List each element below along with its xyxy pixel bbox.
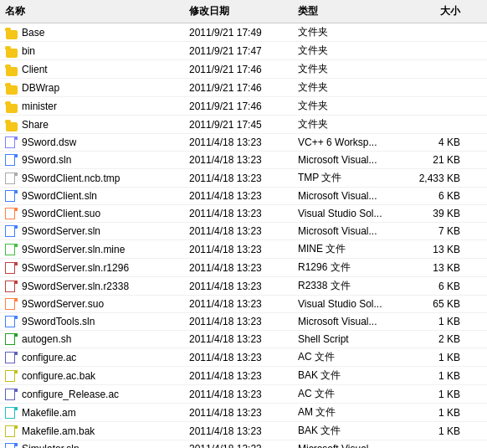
file-size [402, 69, 469, 70]
table-row[interactable]: 9SwordServer.sln.mine2011/4/18 13:23MINE… [0, 240, 487, 259]
file-name: DBWrap [22, 82, 59, 94]
bak-icon [5, 425, 18, 438]
sln-icon [5, 189, 18, 203]
file-size: 1 KB [402, 369, 469, 383]
file-size: 2,433 KB [402, 172, 469, 185]
file-type: 文件夹 [293, 61, 402, 77]
file-name: 9SwordClient.sln [22, 190, 97, 202]
file-type: MINE 文件 [293, 241, 402, 257]
file-date: 2011/4/18 13:23 [184, 224, 293, 238]
table-row[interactable]: 9SwordClient.ncb.tmp2011/4/18 13:23TMP 文… [0, 169, 487, 188]
folder-icon [5, 26, 18, 39]
file-type: Microsoft Visual... [293, 224, 402, 238]
file-type: Visual Studio Sol... [293, 207, 402, 220]
file-list-container: 名称 修改日期 类型 大小 Base2011/9/21 17:49文件夹bin2… [0, 0, 487, 448]
folder-icon [5, 44, 18, 58]
file-date: 2011/9/21 17:46 [184, 81, 293, 95]
file-size [402, 124, 469, 126]
header-size[interactable]: 大小 [402, 3, 469, 20]
file-name: 9SwordServer.sln.mine [22, 244, 125, 255]
file-name: Simulator.sln [22, 443, 79, 448]
table-row[interactable]: minister2011/9/21 17:46文件夹 [0, 97, 487, 116]
file-type: Microsoft Visual... [293, 153, 402, 167]
file-type: BAK 文件 [293, 423, 402, 439]
file-size: 2 KB [402, 332, 469, 346]
header-type[interactable]: 类型 [293, 3, 402, 20]
table-row[interactable]: Share2011/9/21 17:45文件夹 [0, 116, 487, 134]
table-row[interactable]: 9SwordTools.sln2011/4/18 13:23Microsoft … [0, 313, 487, 331]
table-row[interactable]: 9Sword.dsw2011/4/18 13:23VC++ 6 Worksp..… [0, 134, 487, 152]
r1296-icon [5, 261, 18, 275]
file-type: Shell Script [293, 332, 402, 346]
file-size [402, 32, 469, 33]
table-row[interactable]: configure.ac2011/4/18 13:23AC 文件1 KB [0, 348, 487, 367]
file-date: 2011/4/18 13:23 [184, 406, 293, 420]
bak-icon [5, 369, 18, 383]
folder-icon [5, 81, 18, 95]
header-name[interactable]: 名称 [0, 3, 184, 20]
table-row[interactable]: Simulator.sln2011/4/18 13:23Microsoft Vi… [0, 440, 487, 448]
table-row[interactable]: DBWrap2011/9/21 17:46文件夹 [0, 79, 487, 97]
file-type: Microsoft Visual... [293, 315, 402, 328]
table-row[interactable]: 9SwordServer.sln.r12962011/4/18 13:23R12… [0, 259, 487, 277]
table-row[interactable]: 9SwordServer.sln.r23382011/4/18 13:23R23… [0, 277, 487, 296]
sh-icon [5, 332, 18, 346]
r2338-icon [5, 280, 18, 293]
table-row[interactable]: 9SwordClient.suo2011/4/18 13:23Visual St… [0, 205, 487, 223]
file-size: 13 KB [402, 261, 469, 275]
file-date: 2011/4/18 13:23 [184, 189, 293, 203]
file-type: 文件夹 [293, 116, 402, 132]
file-type: Microsoft Visual... [293, 189, 402, 203]
file-type: 文件夹 [293, 43, 402, 59]
table-row[interactable]: 9SwordServer.sln2011/4/18 13:23Microsoft… [0, 223, 487, 240]
file-type: AC 文件 [293, 386, 402, 402]
file-name: 9SwordServer.suo [22, 298, 104, 310]
file-date: 2011/4/18 13:23 [184, 297, 293, 311]
file-type: Microsoft Visual... [293, 442, 402, 448]
file-date: 2011/4/18 13:23 [184, 153, 293, 167]
sln-icon [5, 224, 18, 238]
file-size [402, 106, 469, 107]
file-type: 文件夹 [293, 98, 402, 114]
file-name: 9SwordServer.sln [22, 225, 100, 237]
file-size: 1 KB [402, 406, 469, 420]
file-date: 2011/4/18 13:23 [184, 388, 293, 401]
file-type: Visual Studio Sol... [293, 297, 402, 311]
file-type: 文件夹 [293, 80, 402, 95]
file-name: 9Sword.sln [22, 154, 71, 166]
table-row[interactable]: Makefile.am.bak2011/4/18 13:23BAK 文件1 KB [0, 422, 487, 440]
table-row[interactable]: Makefile.am2011/4/18 13:23AM 文件1 KB [0, 404, 487, 422]
file-date: 2011/4/18 13:23 [184, 442, 293, 448]
file-name: 9SwordClient.suo [22, 208, 100, 219]
file-name: Client [22, 64, 48, 75]
header-date[interactable]: 修改日期 [184, 3, 293, 20]
table-row[interactable]: Client2011/9/21 17:46文件夹 [0, 60, 487, 79]
ac-icon [5, 388, 18, 401]
dsw-icon [5, 136, 18, 149]
sln-icon [5, 153, 18, 167]
file-date: 2011/4/18 13:23 [184, 332, 293, 346]
file-size: 65 KB [402, 297, 469, 311]
table-row[interactable]: 9SwordServer.suo2011/4/18 13:23Visual St… [0, 296, 487, 313]
file-name: 9Sword.dsw [22, 136, 76, 148]
table-row[interactable]: bin2011/9/21 17:47文件夹 [0, 42, 487, 60]
file-date: 2011/4/18 13:23 [184, 280, 293, 293]
file-type: R1296 文件 [293, 260, 402, 275]
ac-icon [5, 351, 18, 364]
file-size: 1 KB [402, 351, 469, 364]
table-row[interactable]: configure_Release.ac2011/4/18 13:23AC 文件… [0, 385, 487, 404]
table-row[interactable]: configure.ac.bak2011/4/18 13:23BAK 文件1 K… [0, 367, 487, 385]
file-date: 2011/9/21 17:47 [184, 44, 293, 58]
table-row[interactable]: 9Sword.sln2011/4/18 13:23Microsoft Visua… [0, 152, 487, 169]
suo-icon [5, 297, 18, 311]
file-size: 13 KB [402, 243, 469, 256]
table-row[interactable]: autogen.sh2011/4/18 13:23Shell Script2 K… [0, 331, 487, 348]
file-date: 2011/4/18 13:23 [184, 136, 293, 149]
table-row[interactable]: 9SwordClient.sln2011/4/18 13:23Microsoft… [0, 188, 487, 205]
sln-icon [5, 442, 18, 448]
file-size [402, 87, 469, 89]
file-name: 9SwordClient.ncb.tmp [22, 173, 120, 184]
table-row[interactable]: Base2011/9/21 17:49文件夹 [0, 23, 487, 42]
file-type: VC++ 6 Worksp... [293, 136, 402, 149]
file-size [402, 50, 469, 52]
